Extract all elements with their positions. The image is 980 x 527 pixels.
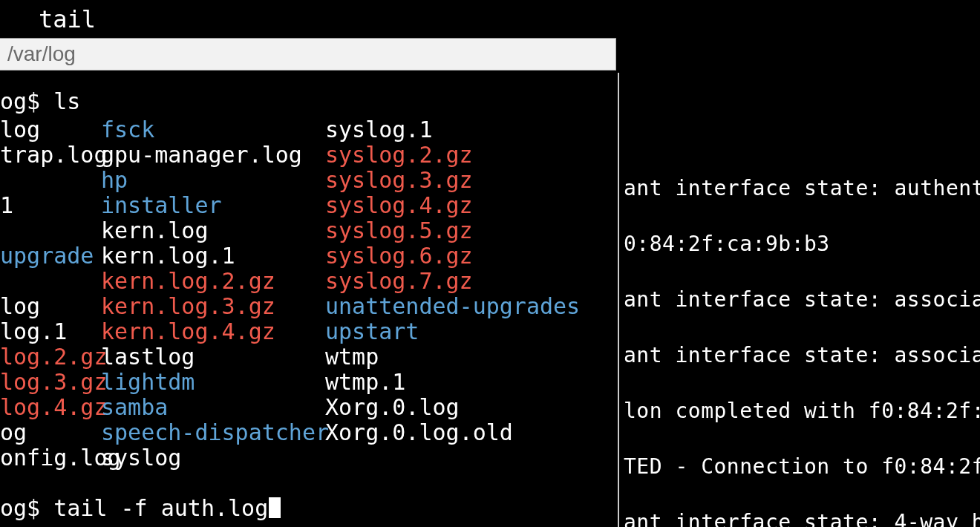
path-bar[interactable]: /var/log <box>0 38 616 71</box>
command-tail: tail -f auth.log <box>40 495 268 521</box>
file-entry: syslog <box>101 445 329 471</box>
window-tab-title: tail <box>39 5 96 33</box>
log-line: ant interface state: associated <box>624 338 980 373</box>
ls-column-3: syslog.1syslog.2.gzsyslog.3.gzsyslog.4.g… <box>325 117 580 471</box>
cursor-block <box>269 497 281 518</box>
file-entry: kern.log.2.gz <box>101 269 329 294</box>
file-entry: installer <box>101 193 329 218</box>
file-entry: lastlog <box>101 344 329 370</box>
background-log-lines: ant interface state: authentica 0:84:2f:… <box>624 171 980 527</box>
file-entry: syslog.7.gz <box>325 269 580 294</box>
file-entry: wtmp.1 <box>325 370 580 395</box>
file-entry: kern.log.1 <box>101 243 329 269</box>
file-entry: kern.log.3.gz <box>101 294 329 319</box>
file-entry: lightdm <box>101 370 329 395</box>
file-entry: syslog.4.gz <box>325 193 580 218</box>
file-entry: syslog.2.gz <box>325 143 580 168</box>
file-entry: gpu-manager.log <box>101 143 329 168</box>
file-entry: fsck <box>101 117 329 143</box>
ls-output: logtrap.log1upgradeloglog.1log.2.gzlog.3… <box>0 73 618 527</box>
file-entry: syslog.6.gz <box>325 243 580 269</box>
file-entry: Xorg.0.log.old <box>325 420 580 445</box>
file-entry: wtmp <box>325 344 580 370</box>
log-line: TED - Connection to f0:84:2f:ca <box>624 449 980 484</box>
file-entry <box>325 445 580 471</box>
file-entry: syslog.1 <box>325 117 580 143</box>
file-entry: samba <box>101 395 329 420</box>
log-line: ant interface state: associating <box>624 282 980 317</box>
file-entry: unattended-upgrades <box>325 294 580 319</box>
log-line: ant interface state: authentica <box>624 171 980 206</box>
file-entry: kern.log <box>101 218 329 243</box>
log-line: 0:84:2f:ca:9b:b3 <box>624 226 980 261</box>
ls-column-2: fsckgpu-manager.loghpinstallerkern.logke… <box>101 117 329 471</box>
file-entry: Xorg.0.log <box>325 395 580 420</box>
file-entry: upstart <box>325 319 580 344</box>
log-line: ant interface state: 4-way hand <box>624 505 980 527</box>
file-entry: kern.log.4.gz <box>101 319 329 344</box>
terminal-window[interactable]: tail /var/log og$ ls logtrap.log1upgrade… <box>0 7 619 527</box>
file-entry: syslog.3.gz <box>325 168 580 193</box>
terminal-body[interactable]: og$ ls logtrap.log1upgradeloglog.1log.2.… <box>0 73 619 527</box>
file-entry: speech-dispatcher <box>101 420 329 445</box>
prompt-line-2[interactable]: og$ tail -f auth.log <box>0 496 281 521</box>
file-entry: hp <box>101 168 329 193</box>
path-text: /var/log <box>7 42 76 66</box>
prompt-host: og$ <box>0 495 40 521</box>
file-entry: syslog.5.gz <box>325 218 580 243</box>
log-line: lon completed with f0:84:2f:ca: <box>624 393 980 428</box>
